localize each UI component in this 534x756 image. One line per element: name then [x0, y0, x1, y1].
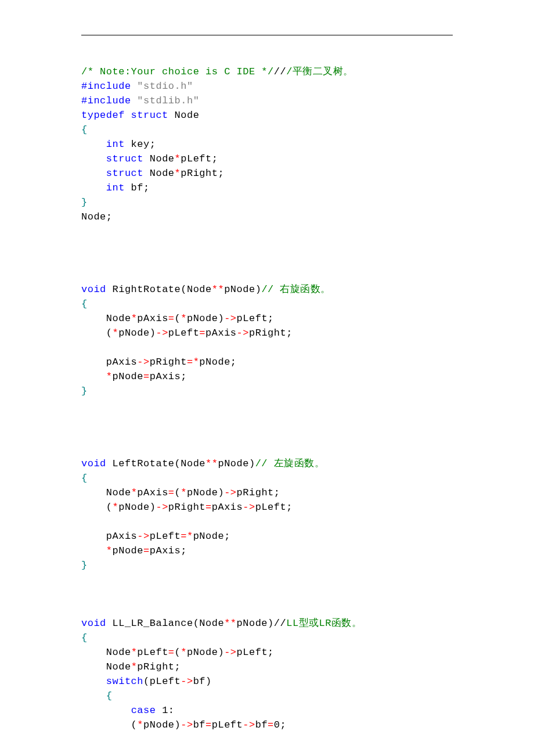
code-token: **: [224, 618, 236, 629]
code-token: pAxis: [137, 313, 168, 324]
code-token: pRight;: [137, 661, 181, 672]
code-line: (*pNode)->bf=pLeft->bf=0;: [81, 718, 453, 732]
code-line: [81, 239, 453, 253]
code-line: [81, 602, 453, 616]
code-token: pRight: [168, 502, 205, 513]
code-token: [81, 182, 106, 193]
code-line: case 1:: [81, 703, 453, 718]
code-token: 1:: [156, 705, 174, 716]
code-line: *pNode=pAxis;: [81, 369, 453, 384]
code-token: [81, 545, 106, 556]
code-token: struct: [106, 168, 143, 179]
code-token: pNode): [224, 284, 261, 295]
code-token: *: [113, 502, 119, 513]
code-line: /* Note:Your choice is C IDE *////平衡二叉树。: [81, 64, 453, 79]
code-line: #include "stdio.h": [81, 79, 453, 93]
code-line: int bf;: [81, 181, 453, 195]
code-token: Node: [143, 168, 175, 179]
code-line: [81, 514, 453, 529]
code-line: Node;: [81, 210, 453, 224]
code-token: typedef struct: [81, 110, 168, 121]
code-token: pNode;: [199, 357, 236, 368]
code-token: #include: [81, 81, 137, 92]
code-token: Node: [81, 661, 131, 672]
code-token: *: [137, 719, 143, 730]
code-line: [81, 413, 453, 427]
code-token: [81, 705, 131, 716]
code-token: "stdlib.h": [137, 95, 199, 106]
code-token: Node;: [81, 211, 113, 222]
code-token: key;: [125, 139, 156, 150]
code-token: [81, 139, 106, 150]
code-line: {: [81, 471, 453, 485]
code-token: bf: [193, 719, 205, 730]
code-line: {: [81, 297, 453, 311]
code-token: pNode: [113, 371, 144, 382]
code-token: /* Note:Your choice is C IDE */: [81, 66, 274, 77]
code-token: #include: [81, 95, 137, 106]
code-token: pLeft;: [237, 313, 274, 324]
code-line: {: [81, 689, 453, 703]
code-token: ->: [181, 719, 193, 730]
code-token: *: [106, 371, 113, 382]
code-token: ->: [224, 313, 236, 324]
code-token: *: [106, 545, 113, 556]
code-line: pAxis->pLeft=*pNode;: [81, 529, 453, 543]
code-token: pRight;: [249, 327, 293, 339]
code-line: }: [81, 558, 453, 573]
code-token: pAxis: [205, 327, 237, 339]
code-token: [81, 168, 106, 179]
code-token: pAxis: [81, 357, 137, 368]
code-token: pRight;: [181, 168, 224, 179]
code-token: /平衡二叉树。: [286, 66, 353, 77]
code-token: void: [81, 284, 106, 295]
code-line: void RightRotate(Node**pNode)// 右旋函数。: [81, 282, 453, 297]
code-token: ->: [243, 502, 255, 513]
code-token: =: [199, 327, 205, 339]
code-token: // 右旋函数。: [261, 284, 331, 295]
code-line: (*pNode)->pRight=pAxis->pLeft;: [81, 500, 453, 514]
code-line: [81, 442, 453, 456]
code-token: LL_LR_Balance(Node: [106, 618, 224, 629]
code-line: {: [81, 123, 453, 137]
code-token: pNode): [118, 327, 156, 339]
code-token: int: [106, 182, 125, 193]
code-line: Node*pLeft=(*pNode)->pLeft;: [81, 645, 453, 660]
code-token: pNode;: [193, 531, 230, 542]
code-token: bf): [193, 676, 212, 687]
code-token: ->: [156, 327, 168, 339]
code-token: =*: [181, 531, 193, 542]
code-line: switch(pLeft->bf): [81, 674, 453, 689]
code-token: pNode: [113, 545, 144, 556]
code-token: {: [81, 298, 88, 309]
code-token: [81, 676, 106, 687]
code-line: Node*pAxis=(*pNode)->pRight;: [81, 485, 453, 500]
code-token: ->: [224, 647, 236, 658]
code-token: pAxis: [137, 487, 168, 498]
code-token: }: [81, 386, 88, 397]
code-token: int: [106, 139, 125, 150]
code-token: //: [274, 66, 286, 77]
code-line: [81, 224, 453, 239]
code-token: =: [168, 647, 175, 658]
code-token: (: [175, 487, 181, 498]
code-token: pNode): [187, 313, 224, 324]
code-token: switch: [106, 676, 143, 687]
code-token: Node: [81, 487, 131, 498]
code-line: [81, 427, 453, 442]
code-token: ->: [224, 487, 236, 498]
code-token: *: [175, 153, 181, 164]
code-line: Node*pAxis=(*pNode)->pLeft;: [81, 311, 453, 326]
code-token: 0;: [274, 719, 286, 730]
code-line: }: [81, 195, 453, 210]
code-line: (*pNode)->pLeft=pAxis->pRight;: [81, 326, 453, 340]
code-line: struct Node*pLeft;: [81, 152, 453, 166]
code-token: }: [81, 197, 88, 208]
code-line: int key;: [81, 137, 453, 152]
code-token: RightRotate(Node: [106, 284, 212, 295]
code-token: pNode): [187, 647, 224, 658]
code-token: ->: [137, 357, 149, 368]
code-token: (: [175, 313, 181, 324]
code-token: ->: [137, 531, 149, 542]
code-line: [81, 587, 453, 602]
